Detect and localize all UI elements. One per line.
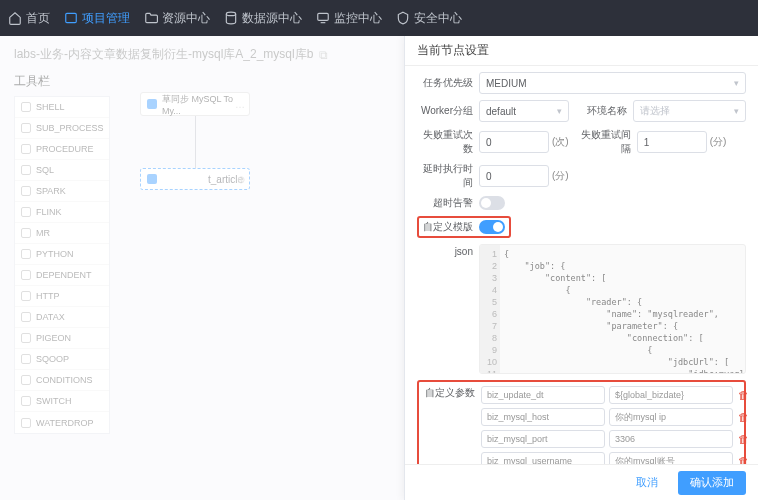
unit-text: (分) [552,169,569,183]
param-key-input[interactable] [481,408,605,426]
param-key-input[interactable] [481,430,605,448]
timeout-alarm-toggle[interactable] [479,196,505,210]
workflow-node[interactable]: 草同步 MySQL To My...… [140,92,250,116]
tool-icon [21,396,31,406]
tool-http[interactable]: HTTP [15,286,109,307]
tool-icon [21,186,31,196]
svg-point-1 [226,12,235,15]
workflow-canvas-area: labs-业务-内容文章数据复制衍生-mysql库A_2_mysql库b ⧉ 工… [0,36,404,500]
param-val-input[interactable] [609,408,733,426]
home-icon [8,11,22,25]
delete-icon[interactable]: 🗑 [737,455,749,464]
nav-security[interactable]: 安全中心 [396,10,462,27]
nav-datasource[interactable]: 数据源中心 [224,10,302,27]
timeout-alarm-label: 超时告警 [417,196,473,210]
delete-icon[interactable]: 🗑 [737,433,749,445]
param-val-input[interactable] [609,430,733,448]
top-nav: 首页 项目管理 资源中心 数据源中心 监控中心 安全中心 [0,0,758,36]
tool-sql[interactable]: SQL [15,160,109,181]
breadcrumb: labs-业务-内容文章数据复制衍生-mysql库A_2_mysql库b ⧉ [14,46,390,63]
retry-count-label: 失败重试次数 [417,128,473,156]
json-label: json [417,244,473,374]
node-add-icon[interactable]: ⊕ [237,174,245,185]
custom-template-toggle[interactable] [479,220,505,234]
tool-flink[interactable]: FLINK [15,202,109,223]
panel-title: 当前节点设置 [405,36,758,66]
tool-icon [21,249,31,259]
param-key-input[interactable] [481,386,605,404]
tool-icon [21,165,31,175]
delete-icon[interactable]: 🗑 [737,389,749,401]
tool-mr[interactable]: MR [15,223,109,244]
chevron-down-icon: ▾ [734,106,739,116]
project-icon [64,11,78,25]
svg-rect-0 [66,13,77,22]
param-val-input[interactable] [609,452,733,464]
retry-count-input[interactable] [479,131,549,153]
nav-label: 监控中心 [334,10,382,27]
panel-body[interactable]: 任务优先级 MEDIUM▾ Worker分组 default▾ 环境名称 请选择… [405,66,758,464]
edge [195,116,196,168]
tool-python[interactable]: PYTHON [15,244,109,265]
tool-icon [21,207,31,217]
custom-params-section: 自定义参数 🗑 🗑 🗑 🗑 🗑 ⊕ [417,380,746,464]
json-text[interactable]: { "job": { "content": [ { "reader": { "n… [500,245,745,373]
shield-icon [396,11,410,25]
node-settings-panel: 当前节点设置 任务优先级 MEDIUM▾ Worker分组 default▾ 环… [404,36,758,500]
json-editor[interactable]: 1234567891011121314 { "job": { "content"… [479,244,746,374]
json-gutter: 1234567891011121314 [480,245,500,373]
worker-label: Worker分组 [417,104,473,118]
priority-select[interactable]: MEDIUM▾ [479,72,746,94]
param-row: 🗑 [481,430,749,448]
worker-select[interactable]: default▾ [479,100,569,122]
tool-procedure[interactable]: PROCEDURE [15,139,109,160]
tool-dependent[interactable]: DEPENDENT [15,265,109,286]
tool-icon [21,291,31,301]
param-row: 🗑 [481,386,749,404]
tool-pigeon[interactable]: PIGEON [15,328,109,349]
canvas[interactable]: 草同步 MySQL To My...… t_article⊕ [140,92,250,190]
nav-label: 项目管理 [82,10,130,27]
custom-template-label: 自定义模版 [423,220,473,234]
tool-datax[interactable]: DATAX [15,307,109,328]
svg-rect-2 [318,13,329,20]
custom-params-label: 自定义参数 [425,386,475,400]
tool-sqoop[interactable]: SQOOP [15,349,109,370]
workflow-node-selected[interactable]: t_article⊕ [140,168,250,190]
nav-resource[interactable]: 资源中心 [144,10,210,27]
priority-label: 任务优先级 [417,76,473,90]
delay-exec-input[interactable] [479,165,549,187]
tool-icon [21,228,31,238]
tool-shell[interactable]: SHELL [15,97,109,118]
param-val-input[interactable] [609,386,733,404]
retry-interval-label: 失败重试间隔 [575,128,631,156]
nav-label: 资源中心 [162,10,210,27]
tool-subprocess[interactable]: SUB_PROCESS [15,118,109,139]
node-icon [147,99,157,109]
delete-icon[interactable]: 🗑 [737,411,749,423]
tool-icon [21,102,31,112]
panel-footer: 取消 确认添加 [405,464,758,500]
confirm-add-button[interactable]: 确认添加 [678,471,746,495]
toolbox-title: 工具栏 [14,73,390,90]
envname-select[interactable]: 请选择▾ [633,100,746,122]
nav-monitor[interactable]: 监控中心 [316,10,382,27]
copy-icon[interactable]: ⧉ [319,48,328,62]
retry-interval-input[interactable] [637,131,707,153]
param-row: 🗑 [481,408,749,426]
tool-switch[interactable]: SWITCH [15,391,109,412]
nav-home[interactable]: 首页 [8,10,50,27]
tool-conditions[interactable]: CONDITIONS [15,370,109,391]
unit-text: (次) [552,135,569,149]
param-key-input[interactable] [481,452,605,464]
node-expand-icon[interactable]: … [235,99,245,110]
nav-label: 安全中心 [414,10,462,27]
tool-icon [21,123,31,133]
breadcrumb-text: labs-业务-内容文章数据复制衍生-mysql库A_2_mysql库b [14,46,313,63]
tool-waterdrop[interactable]: WATERDROP [15,412,109,433]
cancel-button[interactable]: 取消 [624,471,670,495]
nav-project[interactable]: 项目管理 [64,10,130,27]
unit-text: (分) [710,135,727,149]
nav-label: 数据源中心 [242,10,302,27]
tool-spark[interactable]: SPARK [15,181,109,202]
